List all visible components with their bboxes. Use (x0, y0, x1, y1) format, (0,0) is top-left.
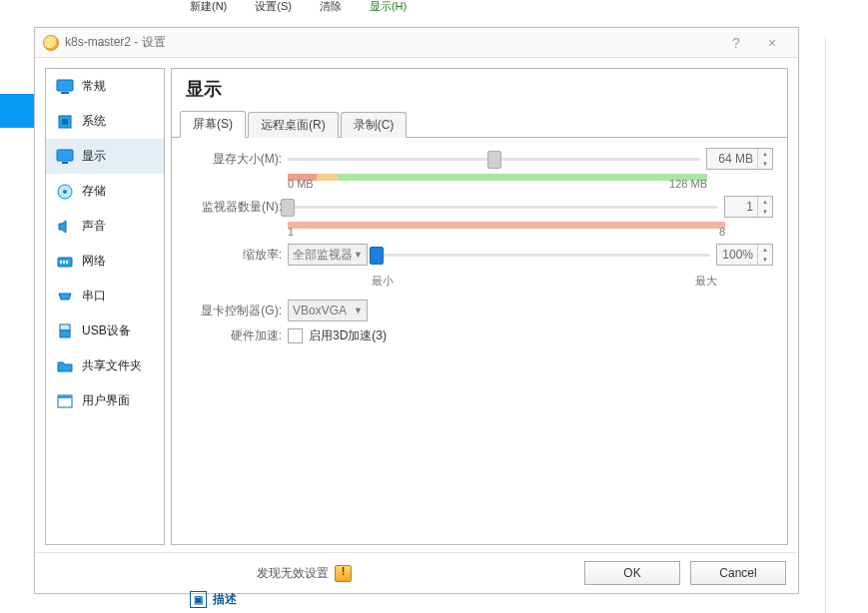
serial-icon (56, 288, 74, 306)
up-icon[interactable]: ▲ (758, 197, 772, 207)
svg-rect-4 (57, 150, 73, 161)
invalid-settings-warning[interactable]: 发现无效设置 (257, 565, 352, 582)
row-gpu: 显卡控制器(G): VBoxVGA▼ (186, 300, 773, 321)
toolbar-settings[interactable]: 设置(S) (255, 0, 292, 22)
monitors-value[interactable] (725, 200, 757, 214)
row-scale: 缩放率: 全部监视器▼ ▲▼ (186, 244, 773, 266)
sidebar-item-display[interactable]: 显示 (46, 139, 164, 174)
background-description-header[interactable]: ▣ 描述 (190, 591, 237, 608)
network-icon (56, 253, 74, 271)
scale-label: 缩放率: (186, 247, 282, 264)
window-title: k8s-master2 - 设置 (65, 34, 166, 51)
disk-icon (56, 183, 74, 201)
row-monitors: 监视器数量(N): ▲▼ (186, 196, 773, 218)
category-sidebar: 常规 系统 显示 存储 声音 网络 (45, 68, 165, 545)
sidebar-item-label: 串口 (82, 288, 106, 305)
down-icon[interactable]: ▼ (758, 255, 772, 265)
scale-spinner[interactable]: ▲▼ (716, 244, 773, 266)
svg-rect-15 (58, 395, 72, 398)
ok-button[interactable]: OK (584, 561, 680, 585)
sidebar-item-ui[interactable]: 用户界面 (46, 383, 164, 418)
svg-rect-10 (63, 261, 65, 264)
sidebar-item-serial[interactable]: 串口 (46, 279, 164, 313)
sidebar-item-usb[interactable]: USB设备 (46, 313, 164, 348)
sidebar-item-network[interactable]: 网络 (46, 244, 164, 279)
sidebar-item-shared[interactable]: 共享文件夹 (46, 348, 164, 383)
usb-icon (56, 322, 74, 340)
vram-indicator: 0 MB 128 MB (288, 174, 707, 190)
folder-icon (56, 357, 74, 375)
up-icon[interactable]: ▲ (758, 149, 772, 159)
sidebar-item-storage[interactable]: 存储 (46, 174, 164, 209)
speaker-icon (56, 218, 74, 236)
tab-remote[interactable]: 远程桌面(R) (248, 112, 339, 138)
scale-value[interactable] (717, 248, 757, 262)
sidebar-item-label: 用户界面 (82, 392, 130, 409)
down-icon[interactable]: ▼ (758, 207, 772, 217)
sidebar-item-general[interactable]: 常规 (46, 69, 164, 104)
toolbar-show[interactable]: 显示(H) (370, 0, 407, 22)
sidebar-item-label: 声音 (82, 218, 106, 235)
sidebar-item-system[interactable]: 系统 (46, 104, 164, 139)
gpu-label: 显卡控制器(G): (186, 303, 282, 319)
description-icon: ▣ (190, 591, 207, 608)
accel-3d-checkbox[interactable] (288, 328, 303, 343)
tab-record[interactable]: 录制(C) (341, 112, 408, 138)
svg-point-7 (63, 190, 67, 194)
svg-rect-9 (60, 261, 62, 264)
settings-dialog: k8s-master2 - 设置 ? × 常规 系统 显示 存储 (34, 27, 799, 594)
scale-tick-labels: 最小 最大 (372, 270, 717, 286)
close-button[interactable]: × (754, 28, 790, 57)
toolbar-clear[interactable]: 清除 (320, 0, 342, 22)
background-toolbar: 新建(N) 设置(S) 清除 显示(H) (190, 0, 407, 22)
monitors-slider[interactable] (288, 196, 718, 218)
warning-icon (335, 565, 352, 582)
svg-rect-5 (62, 162, 68, 164)
vram-label: 显存大小(M): (186, 151, 282, 168)
svg-rect-11 (66, 261, 68, 264)
sidebar-item-label: USB设备 (82, 322, 131, 339)
sidebar-item-label: 共享文件夹 (82, 357, 142, 374)
down-icon[interactable]: ▼ (758, 159, 772, 169)
background-selection (0, 94, 34, 128)
chevron-down-icon: ▼ (354, 250, 363, 260)
scale-slider[interactable] (374, 244, 710, 266)
monitor-icon (56, 78, 74, 96)
toolbar-new[interactable]: 新建(N) (190, 0, 227, 22)
ui-icon (56, 392, 74, 410)
dialog-footer: 发现无效设置 OK Cancel (35, 552, 798, 593)
vram-spinner[interactable]: ▲▼ (706, 148, 773, 170)
svg-rect-0 (57, 80, 73, 91)
content-panel: 显示 屏幕(S) 远程桌面(R) 录制(C) 显存大小(M): ▲▼ (171, 68, 788, 545)
monitors-indicator: 1 8 (288, 222, 725, 238)
svg-rect-13 (60, 330, 70, 337)
app-icon (43, 35, 59, 51)
monitors-spinner[interactable]: ▲▼ (724, 196, 773, 218)
display-icon (56, 148, 74, 166)
svg-rect-3 (62, 119, 68, 125)
accel-label: 硬件加速: (186, 327, 282, 344)
up-icon[interactable]: ▲ (758, 245, 772, 255)
chevron-down-icon: ▼ (354, 306, 363, 315)
tabs: 屏幕(S) 远程桌面(R) 录制(C) (172, 111, 787, 138)
tab-screen[interactable]: 屏幕(S) (180, 111, 246, 138)
svg-rect-1 (61, 92, 69, 94)
gpu-select[interactable]: VBoxVGA▼ (288, 300, 368, 321)
accel-3d-label: 启用3D加速(3) (309, 327, 387, 344)
sidebar-item-label: 常规 (82, 78, 106, 95)
help-button[interactable]: ? (718, 28, 754, 57)
sidebar-item-label: 显示 (82, 148, 106, 165)
vram-value[interactable] (707, 152, 757, 166)
vram-slider[interactable] (288, 148, 700, 170)
chip-icon (56, 113, 74, 131)
row-vram: 显存大小(M): ▲▼ (186, 148, 773, 170)
titlebar: k8s-master2 - 设置 ? × (35, 28, 798, 58)
sidebar-item-label: 存储 (82, 183, 106, 200)
page-title: 显示 (172, 69, 787, 111)
cancel-button[interactable]: Cancel (690, 561, 786, 585)
sidebar-item-label: 网络 (82, 253, 106, 270)
sidebar-item-audio[interactable]: 声音 (46, 209, 164, 244)
scale-monitor-select[interactable]: 全部监视器▼ (288, 244, 368, 266)
form: 显存大小(M): ▲▼ 0 (172, 138, 787, 358)
bg-separator (825, 36, 826, 613)
